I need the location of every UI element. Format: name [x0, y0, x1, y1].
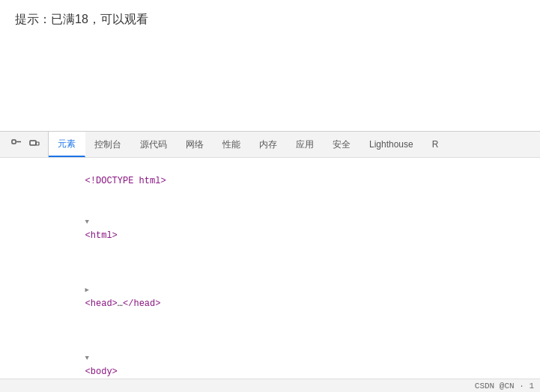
svg-rect-2: [30, 141, 36, 145]
device-toggle-icon[interactable]: [27, 137, 42, 152]
code-line-doctype: <!DOCTYPE html>: [0, 161, 540, 201]
preview-area: 提示：已满18，可以观看: [0, 0, 540, 131]
tab-elements[interactable]: 元素: [49, 132, 85, 157]
tab-performance[interactable]: 性能: [213, 132, 250, 157]
code-line-body: <body>: [0, 324, 540, 379]
tab-lighthouse[interactable]: Lighthouse: [360, 132, 423, 157]
code-line-head: <head>…</head>: [0, 256, 540, 324]
tab-application[interactable]: 应用: [287, 132, 324, 157]
body-toggle[interactable]: [85, 352, 93, 365]
status-text: CSDN @CN · 1: [475, 382, 534, 391]
tab-more[interactable]: R: [423, 132, 449, 157]
tab-security[interactable]: 安全: [324, 132, 360, 157]
svg-rect-3: [36, 142, 39, 145]
code-area[interactable]: <!DOCTYPE html> <html> <head>…</head>: [0, 158, 540, 379]
tab-memory[interactable]: 内存: [250, 132, 287, 157]
tab-network[interactable]: 网络: [177, 132, 213, 157]
select-element-icon[interactable]: [9, 137, 24, 152]
code-line-html: <html>: [0, 201, 540, 256]
tab-console[interactable]: 控制台: [85, 132, 131, 157]
head-toggle[interactable]: [85, 284, 93, 297]
tab-icons: [3, 132, 49, 157]
tab-sources[interactable]: 源代码: [131, 132, 177, 157]
status-bar: CSDN @CN · 1: [0, 379, 540, 392]
preview-label: 提示：已满18，可以观看: [15, 13, 148, 25]
svg-rect-0: [12, 140, 16, 144]
preview-text: 提示：已满18，可以观看: [15, 12, 525, 28]
devtools-panel: 元素 控制台 源代码 网络 性能 内存 应用 安全 Lighthouse R <…: [0, 131, 540, 392]
html-toggle[interactable]: [85, 215, 93, 229]
tab-bar: 元素 控制台 源代码 网络 性能 内存 应用 安全 Lighthouse R: [0, 132, 540, 158]
